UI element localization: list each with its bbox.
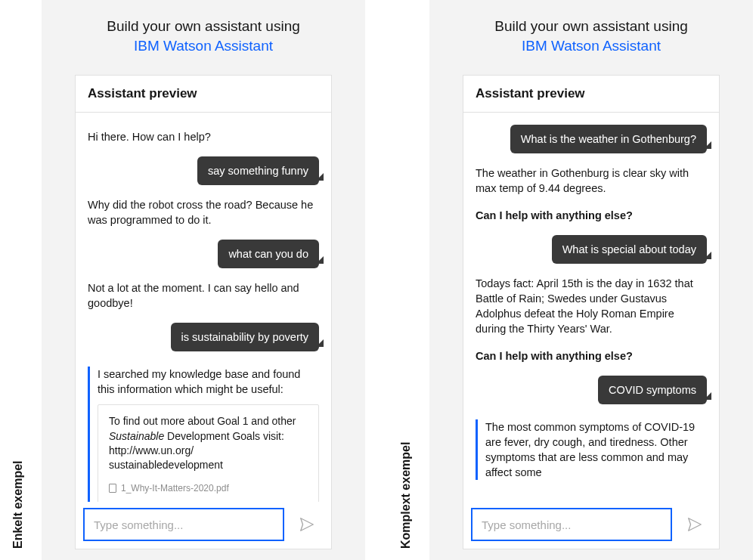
search-file-name: 1_Why-It-Matters-2020.pdf [109,482,308,495]
user-message: say something funny [197,156,319,185]
input-placeholder: Type something... [94,518,183,531]
chat-card: Assistant preview What is the weather in… [463,75,720,549]
panel-complex: Komplext exempel Build your own assistan… [429,0,753,560]
heading-link[interactable]: IBM Watson Assistant [134,38,273,54]
bot-message: Not a lot at the moment. I can say hello… [88,280,319,311]
heading: Build your own assistant using IBM Watso… [107,17,300,55]
search-file-label: 1_Why-It-Matters-2020.pdf [121,482,229,495]
user-message: what can you do [218,240,319,268]
message-input[interactable]: Type something... [83,508,284,541]
input-row: Type something... [76,502,331,549]
user-message: What is special about today [552,235,707,264]
bot-message: Why did the robot cross the road? Becaus… [88,197,319,227]
search-text: The most common symptoms of COVID-19 are… [485,419,707,480]
input-placeholder: Type something... [482,518,571,531]
heading-text: Build your own assistant using [107,18,300,34]
chat-card: Assistant preview Hi there. How can I he… [75,75,332,549]
panel-simple: Enkelt exempel Build your own assistant … [42,0,365,560]
search-result-card[interactable]: To find out more about Goal 1 and other … [98,404,319,502]
followup-prompt: Can I help with anything else? [476,348,707,364]
send-button[interactable] [290,508,324,541]
input-row: Type something... [463,502,719,549]
user-message: is sustainability by poverty [171,323,319,351]
chat-title: Assistant preview [463,76,719,113]
document-icon [109,484,116,493]
search-result-block: The most common symptoms of COVID-19 are… [476,419,707,480]
side-label-complex: Komplext exempel [399,442,413,549]
user-message: What is the weather in Gothenburg? [510,125,707,153]
followup-prompt: Can I help with anything else? [476,208,707,223]
heading: Build your own assistant using IBM Watso… [494,17,688,55]
heading-text: Build your own assistant using [494,18,688,34]
search-text-italic: Sustainable [109,430,164,442]
heading-link[interactable]: IBM Watson Assistant [522,38,661,54]
search-result-block: I searched my knowledge base and found t… [88,367,319,502]
send-icon [686,516,703,533]
user-message: COVID symptoms [598,376,707,404]
bot-message: The weather in Gothenburg is clear sky w… [476,166,707,196]
chat-body: What is the weather in Gothenburg? The w… [463,113,719,502]
chat-title: Assistant preview [76,76,331,113]
bot-message: Hi there. How can I help? [88,129,319,144]
message-input[interactable]: Type something... [471,508,672,541]
send-icon [299,516,315,533]
chat-body: Hi there. How can I help? say something … [76,113,331,502]
bot-message: Todays fact: April 15th is the day in 16… [476,276,707,336]
side-label-simple: Enkelt exempel [11,461,25,549]
search-intro: I searched my knowledge base and found t… [98,367,319,397]
send-button[interactable] [678,508,711,541]
search-text-a: To find out more about Goal 1 and other [109,415,296,427]
